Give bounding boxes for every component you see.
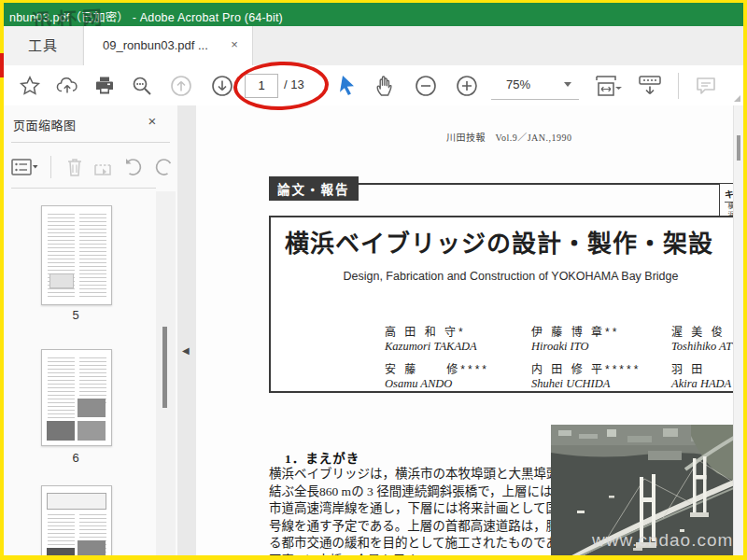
author: 内 田 修 平***** Shuhei UCHIDA bbox=[531, 360, 681, 391]
hand-icon bbox=[374, 74, 396, 98]
document-scrollbar[interactable] bbox=[733, 105, 743, 555]
thumbnail-photo bbox=[78, 421, 106, 441]
thumbnail-page-6[interactable] bbox=[41, 349, 112, 446]
pdf-page: 川田技報 Vol.9／JAN.,1990 論文・報告 キ 横浜大橋ウク 横浜ベイ… bbox=[196, 105, 743, 555]
rotate-counterclockwise-icon bbox=[121, 156, 144, 178]
journal-header: 川田技報 Vol.9／JAN.,1990 bbox=[446, 130, 572, 144]
cloud-upload-icon bbox=[55, 75, 79, 97]
page-number-input[interactable]: 1 bbox=[245, 74, 278, 98]
zoom-in-button[interactable] bbox=[452, 72, 482, 100]
body-line: 結ぶ全長860 mの 3 径間連続鋼斜張橋で，上層には横浜 bbox=[269, 483, 549, 501]
thumbnail-photo bbox=[78, 399, 106, 417]
minus-circle-icon bbox=[414, 74, 438, 98]
next-page-button[interactable] bbox=[207, 72, 237, 100]
printer-icon bbox=[93, 75, 116, 97]
fit-width-button[interactable] bbox=[588, 72, 627, 100]
main-area: 页面缩略图 × bbox=[4, 105, 743, 555]
thumbnail-text-column bbox=[79, 214, 106, 299]
comment-button[interactable] bbox=[691, 72, 721, 100]
paper-title-jp: 横浜ベイブリッジの設計・製作・架設 bbox=[285, 224, 713, 259]
zoom-level-value: 75% bbox=[506, 77, 530, 91]
arrow-down-circle-icon bbox=[210, 74, 234, 98]
zoom-level-dropdown[interactable]: 75% bbox=[491, 71, 579, 100]
thumbnail-diagram bbox=[47, 493, 106, 510]
hide-toolbar-button[interactable] bbox=[635, 72, 665, 100]
rotate-clockwise-icon bbox=[153, 156, 176, 178]
author-name-jp: 内 田 修 平***** bbox=[531, 360, 681, 376]
photo-watermark: www.cndao.com bbox=[592, 530, 733, 551]
chevron-down-icon bbox=[564, 82, 571, 87]
author-name-en: Osamu ANDO bbox=[385, 377, 534, 391]
thumbnail-page-7[interactable] bbox=[41, 485, 112, 555]
body-line: 横浜ベイブリッジは，横浜市の本牧埠頭と大黒埠頭を bbox=[269, 466, 549, 483]
tab-tools[interactable]: 工具 bbox=[4, 26, 82, 65]
title-block: 横浜ベイブリッジの設計・製作・架設 Design, Fabrication an… bbox=[269, 216, 743, 393]
panel-close-icon[interactable]: × bbox=[144, 113, 161, 130]
collapse-toolbar-icon bbox=[637, 74, 663, 98]
thumbnail-photo bbox=[47, 548, 75, 555]
panel-title: 页面缩略图 bbox=[13, 116, 77, 133]
author-name-jp: 伊 藤 博 章** bbox=[531, 323, 681, 339]
thumbnail-photo bbox=[47, 421, 75, 441]
page-total-label: / 13 bbox=[284, 74, 304, 96]
panel-scrollbar-thumb[interactable] bbox=[162, 327, 167, 408]
author: 伊 藤 博 章** Hiroaki ITO bbox=[531, 323, 681, 354]
tab-close-icon[interactable]: × bbox=[228, 37, 241, 52]
thumbnail-figure bbox=[49, 273, 74, 288]
toolbar-resize-grip bbox=[734, 95, 740, 102]
title-bar: nbun03.pdf（已加密） - Adobe Acrobat Pro (64-… bbox=[4, 3, 743, 26]
document-scrollbar-thumb[interactable] bbox=[737, 135, 740, 161]
panel-icon-divider bbox=[50, 156, 51, 178]
share-button[interactable] bbox=[52, 72, 82, 100]
author: 安 藤 修**** Osamu ANDO bbox=[385, 360, 534, 391]
zoom-out-button[interactable] bbox=[411, 72, 441, 100]
select-tool-button[interactable] bbox=[332, 72, 362, 100]
paper-title-en: Design, Fabrication and Construction of … bbox=[271, 270, 743, 283]
body-line: る都市交通の緩和を目的として施工されたものである。 bbox=[269, 535, 549, 553]
author-name-en: Hiroaki ITO bbox=[531, 340, 681, 354]
page-thumbnails-panel: 页面缩略图 × bbox=[4, 105, 177, 555]
body-line: 市道高速湾岸線を通し，下層には将来計画として国道357 bbox=[269, 500, 549, 518]
thumbnail-label-5[interactable]: 5 bbox=[41, 308, 110, 322]
toolbar-divider bbox=[678, 73, 679, 99]
red-edge-mark bbox=[0, 53, 4, 77]
fit-width-icon bbox=[594, 74, 622, 98]
app-window: nbun03.pdf（已加密） - Adobe Acrobat Pro (64-… bbox=[0, 0, 747, 560]
favorites-button[interactable] bbox=[15, 72, 45, 100]
tab-bar: 工具 09_ronbun03.pdf ... × bbox=[4, 26, 743, 66]
crop-page-button[interactable] bbox=[90, 154, 116, 180]
arrow-up-circle-icon bbox=[169, 74, 193, 98]
body-line: 号線を通す予定である。上層の首都高速道路は，膨張す bbox=[269, 518, 549, 536]
category-label: 論文・報告 bbox=[269, 176, 359, 201]
thumbnail-label-6[interactable]: 6 bbox=[41, 451, 110, 465]
rotate-ccw-button[interactable] bbox=[120, 154, 146, 180]
previous-page-button[interactable] bbox=[166, 72, 196, 100]
thumbnail-page-5[interactable] bbox=[41, 205, 112, 305]
panel-scrollbar[interactable] bbox=[156, 191, 176, 555]
thumbnail-photo bbox=[78, 540, 106, 555]
panel-splitter[interactable]: ◀ bbox=[177, 105, 196, 555]
options-list-icon bbox=[10, 156, 38, 178]
trash-icon bbox=[64, 156, 85, 178]
collapse-panel-icon[interactable]: ◀ bbox=[182, 345, 190, 356]
thumbnail-text-column bbox=[79, 357, 106, 404]
main-toolbar: 1 / 13 75% bbox=[4, 65, 743, 106]
rotate-cw-button[interactable] bbox=[151, 154, 177, 180]
print-button[interactable] bbox=[90, 72, 120, 100]
comment-bubble-icon bbox=[694, 75, 718, 97]
author-name-en: Shuhei UCHIDA bbox=[531, 377, 681, 391]
author-name-jp: 高 田 和 守* bbox=[385, 323, 534, 339]
tab-document[interactable]: 09_ronbun03.pdf ... × bbox=[83, 26, 253, 66]
plus-circle-icon bbox=[455, 74, 479, 98]
pointer-arrow-icon bbox=[336, 74, 359, 98]
delete-page-button[interactable] bbox=[62, 154, 88, 180]
thumbnail-options-button[interactable] bbox=[11, 154, 37, 180]
tab-document-label: 09_ronbun03.pdf ... bbox=[103, 38, 208, 52]
body-line: 写真-1に本橋の全景を示す bbox=[269, 553, 549, 556]
crop-page-icon bbox=[92, 156, 114, 178]
author-name-en: Kazumori TAKADA bbox=[385, 340, 534, 354]
hand-tool-button[interactable] bbox=[370, 72, 400, 100]
search-button[interactable] bbox=[127, 72, 157, 100]
section-heading: 1．まえがき bbox=[285, 448, 359, 467]
panel-separator bbox=[11, 142, 170, 143]
